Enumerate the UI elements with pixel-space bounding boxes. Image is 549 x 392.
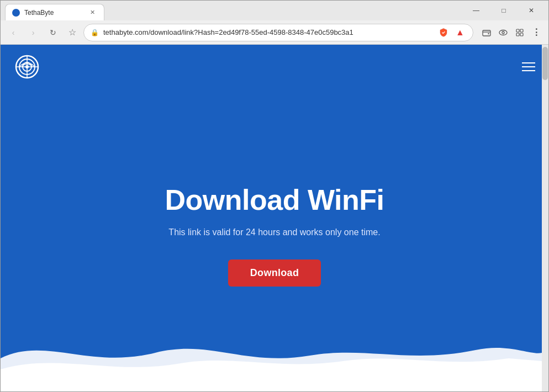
brave-shield-icon[interactable] xyxy=(437,27,450,39)
bookmark-button[interactable]: ☆ xyxy=(65,25,80,40)
svg-point-3 xyxy=(502,31,504,34)
svg-rect-5 xyxy=(520,29,523,32)
hamburger-line-1 xyxy=(522,62,535,63)
minimize-button[interactable]: — xyxy=(463,2,489,19)
svg-rect-6 xyxy=(516,33,519,36)
forward-button[interactable]: › xyxy=(25,24,41,41)
svg-point-2 xyxy=(499,30,507,35)
site-logo xyxy=(14,54,40,80)
back-button[interactable]: ‹ xyxy=(5,24,22,41)
navigation-bar: ‹ › ↻ ☆ 🔒 tethabyte.com/download/link?Ha… xyxy=(1,20,548,45)
tab-favicon xyxy=(12,9,20,17)
address-bar[interactable]: 🔒 tethabyte.com/download/link?Hash=2ed49… xyxy=(83,24,473,41)
brave-warning-icon[interactable]: ▲ xyxy=(454,27,466,39)
tab-strip: TethaByte ✕ xyxy=(5,1,459,20)
download-button[interactable]: Download xyxy=(228,259,321,287)
page-heading: Download WinFi xyxy=(165,183,384,216)
browser-menu-button[interactable]: ⋮ xyxy=(529,25,544,40)
hamburger-line-2 xyxy=(522,66,535,67)
webpage-content: Download WinFi This link is valid for 24… xyxy=(1,45,548,391)
svg-point-1 xyxy=(488,33,489,34)
active-tab[interactable]: TethaByte ✕ xyxy=(5,4,104,20)
page-subtitle: This link is valid for 24 hours and work… xyxy=(168,227,380,237)
toolbar-buttons: ⋮ xyxy=(479,25,544,40)
lock-icon: 🔒 xyxy=(91,29,99,36)
close-button[interactable]: ✕ xyxy=(519,2,544,19)
tab-close-button[interactable]: ✕ xyxy=(87,8,97,18)
svg-rect-7 xyxy=(520,33,523,36)
svg-rect-0 xyxy=(483,30,490,36)
svg-rect-4 xyxy=(516,29,519,32)
window-controls: — □ ✕ xyxy=(463,2,544,19)
hero-section: Download WinFi This link is valid for 24… xyxy=(1,78,548,391)
title-bar: TethaByte ✕ — □ ✕ xyxy=(1,1,548,20)
url-text: tethabyte.com/download/link?Hash=2ed49f7… xyxy=(103,28,433,36)
wallet-icon-button[interactable] xyxy=(479,25,494,40)
extensions-icon-button[interactable] xyxy=(512,25,527,40)
logo-icon xyxy=(14,54,40,80)
hamburger-menu-button[interactable] xyxy=(522,62,535,71)
maximize-button[interactable]: □ xyxy=(491,2,516,19)
tab-title: TethaByte xyxy=(24,9,83,17)
browser-window: TethaByte ✕ — □ ✕ ‹ › ↻ ☆ 🔒 tethabyte.co… xyxy=(0,0,549,392)
reload-button[interactable]: ↻ xyxy=(45,24,61,41)
eye-icon-button[interactable] xyxy=(495,25,511,40)
hamburger-line-3 xyxy=(522,70,535,71)
